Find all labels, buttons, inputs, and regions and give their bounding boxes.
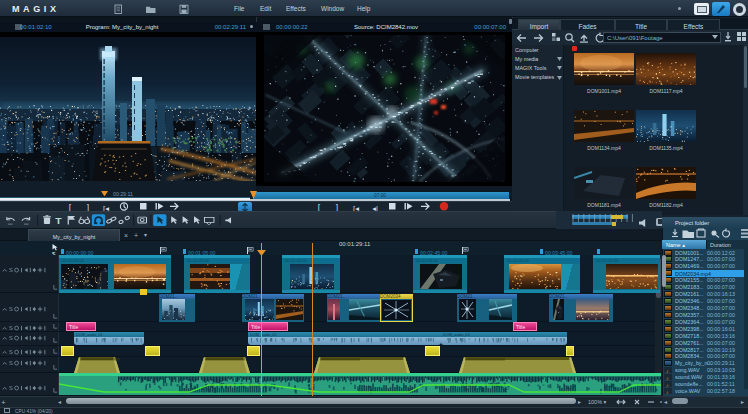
- svg-text:S: S: [9, 267, 13, 273]
- svg-text:S: S: [9, 335, 13, 341]
- svg-text:S: S: [9, 306, 13, 312]
- svg-text:S: S: [9, 325, 13, 331]
- svg-text:T: T: [55, 216, 62, 226]
- svg-text:S: S: [9, 349, 13, 355]
- svg-text:S: S: [9, 360, 13, 366]
- svg-text:S: S: [9, 385, 13, 391]
